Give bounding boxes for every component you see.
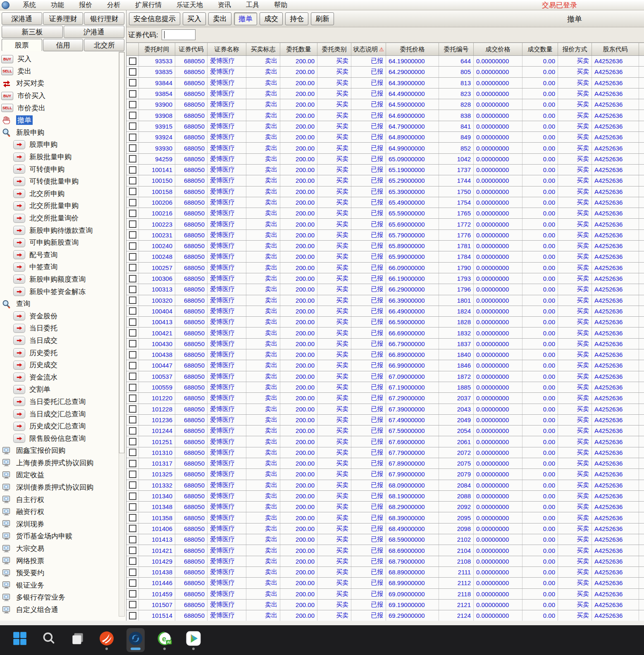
table-row[interactable]: 101406688050爱博医疗卖出200.00买卖已报68.490000002… [126, 524, 644, 534]
sidebar-item[interactable]: BUY买入 [0, 53, 126, 65]
sidebar-item[interactable]: 深圳债券质押式协议回购 [0, 481, 126, 494]
column-header[interactable]: 证券名称 [208, 43, 246, 55]
sidebar-item[interactable]: 资金股份 [0, 310, 126, 322]
table-row[interactable]: 101514688050爱博医疗卖出200.00买卖已报69.290000002… [126, 610, 644, 621]
tab-stocks[interactable]: 股票 [2, 39, 42, 51]
security-info-button[interactable]: 安全信息提示 [129, 12, 180, 25]
table-row[interactable]: 94259688050爱博医疗卖出200.00买卖已报65.0900000010… [126, 154, 644, 165]
sell-button[interactable]: 卖出 [208, 12, 231, 25]
row-checkbox[interactable] [129, 340, 136, 347]
sidebar-item[interactable]: 自定义组合通 [0, 604, 126, 616]
table-row[interactable]: 100447688050爱博医疗卖出200.00买卖已报66.990000001… [126, 360, 644, 371]
sidebar-scrollbar-thumb[interactable] [119, 52, 124, 453]
table-row[interactable]: 93854688050爱博医疗卖出200.00买卖已报64.4900000082… [126, 88, 644, 99]
row-checkbox[interactable] [129, 601, 136, 608]
sidebar-item[interactable]: 中签查询 [0, 261, 126, 273]
row-checkbox[interactable] [129, 384, 136, 391]
table-row[interactable]: 100257688050爱博医疗卖出200.00买卖已报66.090000001… [126, 263, 644, 273]
row-checkbox[interactable] [129, 449, 136, 456]
sidebar-item[interactable]: SELL市价卖出 [0, 102, 126, 114]
column-header[interactable]: 委托类别 [317, 43, 351, 55]
row-checkbox[interactable] [129, 57, 136, 65]
row-checkbox[interactable] [129, 286, 136, 293]
row-checkbox[interactable] [129, 481, 136, 489]
row-checkbox[interactable] [129, 307, 136, 315]
tab-bse[interactable]: 北交所 [84, 39, 124, 51]
menu-item-extended-quotes[interactable]: 扩展行情 [128, 1, 169, 8]
row-checkbox[interactable] [129, 525, 136, 532]
table-row[interactable]: 101310688050爱博医疗卖出200.00买卖已报67.790000002… [126, 447, 644, 458]
table-row[interactable]: 100306688050爱博医疗卖出200.00买卖已报66.190000001… [126, 273, 644, 284]
menu-item-lezheng-tiandi[interactable]: 乐证天地 [169, 1, 210, 8]
buy-button[interactable]: 买入 [183, 12, 206, 25]
menu-item-tools[interactable]: 工具 [239, 1, 267, 8]
sidebar-item[interactable]: 查询 [0, 298, 126, 310]
table-row[interactable]: 101358688050爱博医疗卖出200.00买卖已报68.390000002… [126, 512, 644, 523]
column-header[interactable]: 买卖标志 [246, 43, 280, 55]
table-row[interactable]: 100559688050爱博医疗卖出200.00买卖已报67.190000001… [126, 382, 644, 393]
browser-360-icon[interactable]: eAI [155, 628, 174, 652]
row-checkbox[interactable] [129, 68, 136, 76]
sidebar-item[interactable]: 股票申购 [0, 139, 126, 151]
table-row[interactable]: 101429688050爱博医疗卖出200.00买卖已报68.790000002… [126, 556, 644, 567]
sidebar-item[interactable]: 固定收益 [0, 469, 126, 481]
row-checkbox[interactable] [129, 579, 136, 587]
sidebar-item[interactable]: 当日委托汇总查询 [0, 396, 126, 408]
eastmoney-app-icon[interactable] [98, 628, 116, 652]
row-checkbox[interactable] [129, 264, 136, 271]
table-row[interactable]: 100231688050爱博医疗卖出200.00买卖已报65.790000001… [126, 230, 644, 241]
sidebar-item[interactable]: 对买对卖 [0, 77, 126, 90]
search-icon[interactable] [40, 628, 58, 652]
sidebar-item[interactable]: 撤单 [0, 114, 126, 127]
row-checkbox[interactable] [129, 177, 136, 184]
table-row[interactable]: 101244688050爱博医疗卖出200.00买卖已报67.590000002… [126, 426, 644, 436]
table-row[interactable]: 93835688050爱博医疗卖出200.00买卖已报64.2900000080… [126, 67, 644, 77]
row-checkbox[interactable] [129, 220, 136, 228]
row-checkbox[interactable] [129, 394, 136, 402]
cancel-order-button[interactable]: 撤单 [234, 12, 257, 25]
row-checkbox[interactable] [129, 231, 136, 239]
table-row[interactable]: 101507688050爱博医疗卖出200.00买卖已报69.190000002… [126, 600, 644, 610]
table-row[interactable]: 100430688050爱博医疗卖出200.00买卖已报66.790000001… [126, 339, 644, 349]
sidebar-item[interactable]: 多银行存管业务 [0, 591, 126, 604]
sidebar-scrollbar[interactable] [119, 52, 125, 617]
sidebar-item[interactable]: 限售股份信息查询 [0, 432, 126, 445]
row-checkbox[interactable] [129, 166, 136, 174]
row-checkbox[interactable] [129, 90, 136, 98]
table-row[interactable]: 101413688050爱博医疗卖出200.00买卖已报68.590000002… [126, 534, 644, 545]
table-row[interactable]: 93915688050爱博医疗卖出200.00买卖已报64.7900000084… [126, 121, 644, 132]
row-checkbox[interactable] [129, 569, 136, 576]
table-row[interactable]: 93924688050爱博医疗卖出200.00买卖已报64.8900000084… [126, 132, 644, 143]
row-checkbox[interactable] [129, 547, 136, 554]
sidebar-item[interactable]: 预受要约 [0, 567, 126, 579]
table-row[interactable]: 100158688050爱博医疗卖出200.00买卖已报65.390000001… [126, 186, 644, 197]
sidebar-item[interactable]: 新股中签资金解冻 [0, 285, 126, 298]
row-checkbox[interactable] [129, 590, 136, 598]
tencent-video-icon[interactable] [184, 628, 203, 652]
column-header[interactable]: 证券代码 [175, 43, 208, 55]
sidebar-item[interactable]: 当日成交汇总查询 [0, 408, 126, 420]
sidebar-item[interactable]: 网络投票 [0, 555, 126, 567]
row-checkbox[interactable] [129, 242, 136, 250]
filled-button[interactable]: 成交 [260, 12, 283, 25]
menu-item-news[interactable]: 资讯 [210, 1, 239, 8]
row-checkbox[interactable] [129, 122, 136, 130]
row-checkbox[interactable] [129, 362, 136, 369]
tab-hugangtong[interactable]: 沪港通 [64, 26, 125, 38]
row-checkbox[interactable] [129, 351, 136, 359]
column-header[interactable]: 成交价格 [474, 43, 522, 55]
tab-new-third-board[interactable]: 新三板 [2, 26, 63, 38]
table-row[interactable]: 93533688050爱博医疗卖出200.00买卖已报64.1900000064… [126, 56, 644, 67]
trading-app-icon[interactable] [126, 628, 145, 652]
table-row[interactable]: 100240688050爱博医疗卖出200.00买卖已报65.890000001… [126, 241, 644, 251]
sidebar-item[interactable]: 新股申购额度查询 [0, 273, 126, 286]
sidebar-item[interactable]: 货币基金场内申赎 [0, 530, 126, 543]
table-row[interactable]: 100320688050爱博医疗卖出200.00买卖已报66.390000001… [126, 295, 644, 306]
column-header[interactable]: 报价方式 [558, 43, 592, 55]
table-row[interactable]: 101438688050爱博医疗卖出200.00买卖已报68.890000002… [126, 567, 644, 578]
table-row[interactable]: 101332688050爱博医疗卖出200.00买卖已报68.090000002… [126, 480, 644, 491]
sidebar-item[interactable]: 融资行权 [0, 506, 126, 518]
row-checkbox[interactable] [129, 438, 136, 445]
table-row[interactable]: 100438688050爱博医疗卖出200.00买卖已报66.890000001… [126, 349, 644, 360]
sidebar-item[interactable]: 深圳现券 [0, 518, 126, 531]
